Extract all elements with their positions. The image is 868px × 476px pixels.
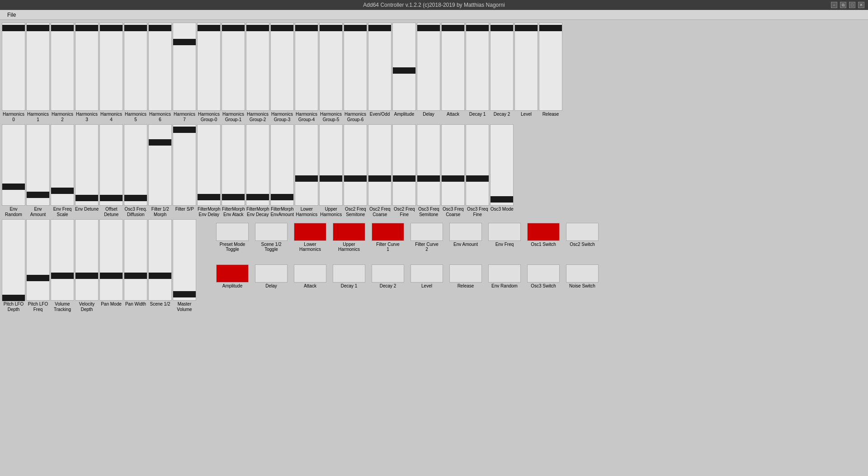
slider-track[interactable] [539,23,562,111]
slider-harmonics-group-2[interactable]: Harmonics Group-2 [246,23,269,123]
slider-filter-1/2-morph[interactable]: Filter 1/2 Morph [148,124,172,217]
slider-track[interactable] [197,23,221,111]
slider-track[interactable] [466,23,489,111]
switch-button-osc1-switch[interactable] [527,223,560,241]
slider-track[interactable] [197,124,221,206]
slider-track[interactable] [344,124,367,206]
slider-harmonics-7[interactable]: Harmonics 7 [173,23,196,123]
slider-track[interactable] [466,124,489,206]
switch-button-env-freq[interactable] [488,223,521,241]
switch-button-filter-curve-2[interactable] [410,223,443,241]
slider-track[interactable] [270,23,294,111]
slider-track[interactable] [75,219,99,301]
slider-delay[interactable]: Delay [417,23,440,123]
slider-track[interactable] [295,124,318,206]
slider-track[interactable] [75,23,99,111]
slider-track[interactable] [2,124,25,206]
slider-track[interactable] [344,23,367,111]
slider-osc2-freq-coarse[interactable]: Osc2 Freq Coarse [368,124,392,217]
slider-pan-mode[interactable]: Pan Mode [99,219,123,312]
slider-volume-tracking[interactable]: Volume Tracking [51,219,74,312]
slider-track[interactable] [51,23,74,111]
slider-harmonics-2[interactable]: Harmonics 2 [51,23,74,123]
slider-filtermorph-env-atack[interactable]: FilterMorph Env Atack [222,124,245,217]
switch-button-noise-switch[interactable] [566,264,599,283]
slider-decay-1[interactable]: Decay 1 [466,23,489,123]
slider-harmonics-0[interactable]: Harmonics 0 [2,23,25,123]
slider-offset-detune[interactable]: Offset Detune [99,124,123,217]
slider-track[interactable] [173,124,196,206]
switch-button-env-random[interactable] [488,264,521,283]
slider-track[interactable] [222,23,245,111]
slider-harmonics-6[interactable]: Harmonics 6 [148,23,172,123]
slider-osc3-freq.-diffusion[interactable]: Osc3 Freq. Diffusion [124,124,147,217]
slider-env-detune[interactable]: Env Detune [75,124,99,217]
slider-env-random[interactable]: Env Random [2,124,25,217]
switch-button-preset-mode-toggle[interactable] [216,223,249,241]
slider-level[interactable]: Level [514,23,538,123]
slider-amplitude[interactable]: Amplitude [392,23,416,123]
slider-harmonics-group-5[interactable]: Harmonics Group-5 [319,23,343,123]
slider-track[interactable] [270,124,294,206]
switch-button-attack[interactable] [294,264,326,283]
slider-filtermorph-env-decay[interactable]: FilterMorph Env Decay [246,124,269,217]
switch-button-filter-curve-1[interactable] [372,223,404,241]
slider-track[interactable] [392,23,416,111]
maximize-button[interactable]: □ [849,2,855,8]
slider-env-freq-scale[interactable]: Env Freq Scale [51,124,74,217]
slider-track[interactable] [2,219,25,301]
slider-track[interactable] [26,124,50,206]
slider-track[interactable] [173,23,196,111]
slider-track[interactable] [148,124,172,206]
slider-track[interactable] [26,23,50,111]
switch-button-decay-2[interactable] [372,264,404,283]
slider-upper-harmonics[interactable]: Upper Harmonics [319,124,343,217]
slider-track[interactable] [222,124,245,206]
slider-track[interactable] [441,23,465,111]
slider-filtermorph-envamount[interactable]: FilterMorph EnvAmount [270,124,294,217]
slider-master-volume[interactable]: Master Volume [173,219,196,312]
slider-track[interactable] [51,124,74,206]
slider-track[interactable] [490,124,514,206]
slider-track[interactable] [99,219,123,301]
slider-track[interactable] [319,23,343,111]
slider-attack[interactable]: Attack [441,23,465,123]
switch-button-osc2-switch[interactable] [566,223,599,241]
slider-track[interactable] [246,124,269,206]
slider-track[interactable] [124,124,147,206]
slider-env-amount[interactable]: Env Amount [26,124,50,217]
minimize-button[interactable]: − [831,2,837,8]
slider-harmonics-4[interactable]: Harmonics 4 [99,23,123,123]
slider-track[interactable] [368,23,392,111]
slider-pitch-lfo-depth[interactable]: Pitch LFO Depth [2,219,25,312]
slider-track[interactable] [124,23,147,111]
slider-track[interactable] [51,219,74,301]
slider-velocity-depth[interactable]: Velocity Depth [75,219,99,312]
slider-harmonics-1[interactable]: Harmonics 1 [26,23,50,123]
slider-osc3-freq-semitone[interactable]: Osc3 Freq Semitone [417,124,440,217]
switch-button-env-amount[interactable] [449,223,482,241]
slider-track[interactable] [514,23,538,111]
slider-decay-2[interactable]: Decay 2 [490,23,514,123]
switch-button-decay-1[interactable] [333,264,365,283]
slider-osc3-mode[interactable]: Osc3 Mode [490,124,514,217]
slider-harmonics-group-4[interactable]: Harmonics Group-4 [295,23,318,123]
slider-track[interactable] [417,23,440,111]
file-menu[interactable]: File [4,11,19,19]
slider-scene-1/2[interactable]: Scene 1/2 [148,219,172,312]
slider-track[interactable] [173,219,196,301]
slider-track[interactable] [148,23,172,111]
switch-button-amplitude[interactable] [216,264,249,283]
slider-track[interactable] [392,124,416,206]
switch-button-osc3-switch[interactable] [527,264,560,283]
slider-track[interactable] [26,219,50,301]
slider-harmonics-group-6[interactable]: Harmonics Group-6 [344,23,367,123]
slider-harmonics-group-3[interactable]: Harmonics Group-3 [270,23,294,123]
slider-track[interactable] [246,23,269,111]
slider-osc2-freq-fine[interactable]: Osc2 Freq Fine [392,124,416,217]
slider-harmonics-3[interactable]: Harmonics 3 [75,23,99,123]
slider-harmonics-group-0[interactable]: Harmonics Group-0 [197,23,221,123]
slider-pitch-lfo-freq[interactable]: Pitch LFO Freq [26,219,50,312]
slider-track[interactable] [490,23,514,111]
slider-track[interactable] [295,23,318,111]
